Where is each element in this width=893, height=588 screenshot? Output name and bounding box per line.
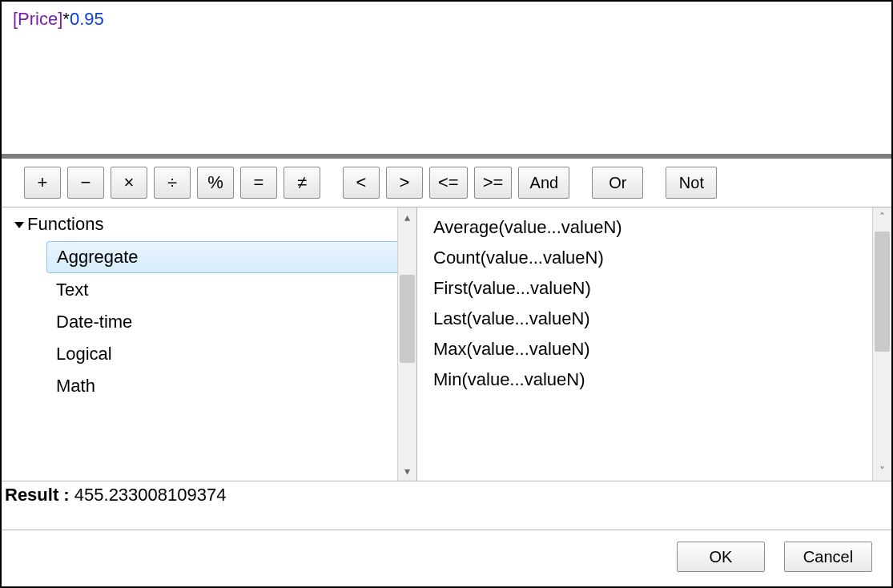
op-greater-equal-button[interactable]: >=: [474, 167, 513, 199]
cancel-button[interactable]: Cancel: [784, 542, 872, 572]
scroll-up-icon[interactable]: ˄: [873, 207, 891, 227]
function-list[interactable]: Average(value...valueN) Count(value...va…: [417, 207, 891, 481]
scroll-down-icon[interactable]: ▾: [398, 461, 416, 481]
list-item[interactable]: Average(value...valueN): [430, 212, 891, 243]
scroll-up-icon[interactable]: ▴: [398, 207, 416, 227]
tree-item-aggregate[interactable]: Aggregate: [46, 241, 399, 273]
op-minus-button[interactable]: −: [67, 167, 104, 199]
scroll-thumb[interactable]: [875, 232, 890, 352]
scroll-down-icon[interactable]: ˅: [873, 461, 891, 481]
expression-token-operator: *: [62, 9, 70, 29]
list-item[interactable]: Count(value...valueN): [430, 243, 891, 273]
tree-item-text[interactable]: Text: [46, 275, 399, 305]
tree-children: Aggregate Text Date-time Logical Math: [14, 236, 416, 401]
tree-root-functions[interactable]: Functions: [14, 212, 416, 236]
category-scrollbar[interactable]: ▴ ▾: [397, 207, 416, 481]
op-plus-button[interactable]: +: [24, 167, 61, 199]
scroll-thumb[interactable]: [400, 275, 415, 363]
op-modulo-button[interactable]: %: [197, 167, 234, 199]
op-multiply-button[interactable]: ×: [111, 167, 147, 199]
list-item[interactable]: Max(value...valueN): [430, 334, 891, 364]
op-greater-button[interactable]: >: [386, 167, 423, 199]
function-list-pane: Average(value...valueN) Count(value...va…: [417, 207, 891, 481]
op-less-equal-button[interactable]: <=: [429, 167, 468, 199]
expression-token-number: 0.95: [70, 9, 104, 29]
scroll-track[interactable]: [873, 227, 891, 461]
op-not-equal-button[interactable]: ≠: [284, 167, 320, 199]
category-tree-pane: Functions Aggregate Text Date-time Logic…: [2, 207, 417, 481]
expression-input[interactable]: [Price]*0.95: [2, 2, 891, 154]
op-not-button[interactable]: Not: [666, 167, 717, 199]
expression-editor-dialog: [Price]*0.95 + − × ÷ % = ≠ < > <= >= And…: [0, 0, 893, 588]
tree-item-logical[interactable]: Logical: [46, 339, 399, 369]
caret-down-icon: [14, 222, 24, 228]
function-scrollbar[interactable]: ˄ ˅: [872, 207, 891, 481]
category-tree[interactable]: Functions Aggregate Text Date-time Logic…: [2, 207, 416, 481]
list-item[interactable]: Min(value...valueN): [430, 364, 891, 395]
result-label: Result :: [5, 485, 70, 505]
op-less-button[interactable]: <: [343, 167, 380, 199]
panes: Functions Aggregate Text Date-time Logic…: [2, 207, 891, 481]
op-equal-button[interactable]: =: [240, 167, 277, 199]
tree-item-math[interactable]: Math: [46, 371, 399, 401]
dialog-footer: OK Cancel: [2, 530, 891, 586]
result-row: Result : 455.233008109374: [2, 481, 891, 530]
list-item[interactable]: First(value...valueN): [430, 273, 891, 304]
scroll-track[interactable]: [398, 227, 416, 461]
op-divide-button[interactable]: ÷: [154, 167, 191, 199]
expression-token-field: [Price]: [13, 9, 62, 29]
op-and-button[interactable]: And: [518, 167, 569, 199]
result-value: 455.233008109374: [74, 485, 227, 505]
list-item[interactable]: Last(value...valueN): [430, 304, 891, 334]
tree-item-date-time[interactable]: Date-time: [46, 307, 399, 337]
tree-root-label: Functions: [27, 214, 103, 235]
op-or-button[interactable]: Or: [592, 167, 643, 199]
ok-button[interactable]: OK: [677, 542, 765, 572]
operator-toolbar: + − × ÷ % = ≠ < > <= >= And Or Not: [2, 159, 891, 207]
